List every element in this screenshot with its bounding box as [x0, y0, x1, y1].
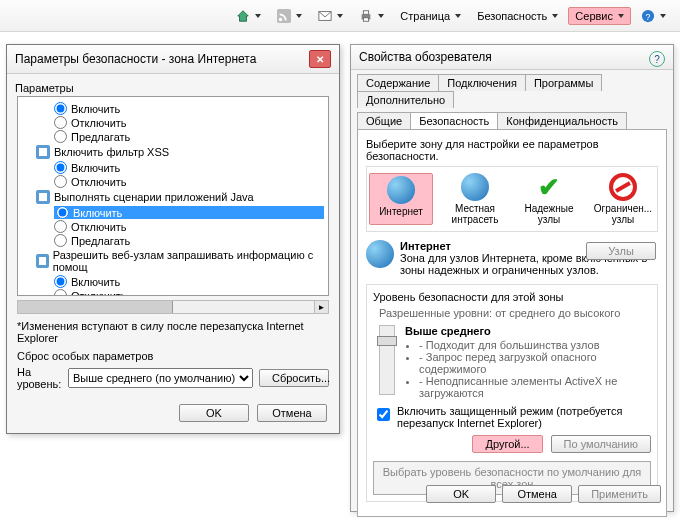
dialog-title: Параметры безопасности - зона Интернета: [15, 52, 256, 66]
category-icon: [36, 254, 49, 268]
print-icon[interactable]: [353, 7, 390, 25]
internet-options-dialog: Свойства обозревателя ? Содержание Подкл…: [350, 44, 674, 512]
help-icon[interactable]: ?: [649, 51, 665, 67]
globe-icon: [366, 240, 394, 268]
default-level-button[interactable]: По умолчанию: [551, 435, 651, 453]
radio-disable[interactable]: [54, 175, 67, 188]
level-bullets: - Подходит для большинства узлов - Запро…: [407, 339, 651, 399]
tab-body: Выберите зону для настройки ее параметро…: [357, 129, 667, 517]
security-settings-dialog: Параметры безопасности - зона Интернета …: [6, 44, 340, 434]
tab-programs[interactable]: Программы: [525, 74, 602, 91]
check-icon: ✔: [535, 173, 563, 201]
tab-general[interactable]: Общие: [357, 112, 411, 129]
radio-enable[interactable]: [54, 161, 67, 174]
radio-enable[interactable]: [54, 102, 67, 115]
radio-disable[interactable]: [54, 116, 67, 129]
ok-button[interactable]: OK: [426, 485, 496, 503]
safety-menu[interactable]: Безопасность: [471, 8, 564, 24]
protected-mode-checkbox[interactable]: Включить защищенный режим (потребуется п…: [373, 405, 651, 429]
radio-disable[interactable]: [54, 289, 67, 296]
tabs-row-1: Содержание Подключения Программы Дополни…: [351, 70, 673, 108]
zone-restricted[interactable]: Ограничен... узлы: [591, 173, 655, 225]
apply-button[interactable]: Применить: [578, 485, 661, 503]
tabs-row-2: Общие Безопасность Конфиденциальность: [351, 108, 673, 129]
svg-rect-5: [364, 17, 369, 21]
radio-prompt[interactable]: [54, 130, 67, 143]
level-name: Выше среднего: [405, 325, 491, 337]
svg-text:?: ?: [646, 11, 651, 21]
zone-intranet[interactable]: Местная интрасеть: [443, 173, 507, 225]
level-label: На уровень:: [17, 366, 62, 390]
tab-content[interactable]: Содержание: [357, 74, 439, 91]
svg-rect-4: [364, 10, 369, 14]
radio-enable[interactable]: [56, 206, 69, 219]
allowed-levels: Разрешенные уровни: от среднего до высок…: [379, 307, 651, 319]
radio-disable[interactable]: [54, 220, 67, 233]
reset-label: Сброс особых параметров: [17, 350, 329, 362]
horizontal-scrollbar[interactable]: ◄ ►: [17, 300, 329, 314]
tab-advanced[interactable]: Дополнительно: [357, 91, 454, 108]
dialog-titlebar: Свойства обозревателя ?: [351, 45, 673, 70]
level-group-label: Уровень безопасности для этой зоны: [373, 291, 651, 303]
cancel-button[interactable]: Отмена: [257, 404, 327, 422]
tab-privacy[interactable]: Конфиденциальность: [497, 112, 627, 129]
sites-button[interactable]: Узлы: [586, 242, 656, 260]
tab-security[interactable]: Безопасность: [410, 112, 498, 129]
page-menu[interactable]: Страница: [394, 8, 467, 24]
dialog-buttons: OK Отмена Применить: [426, 485, 661, 503]
settings-tree[interactable]: Включить Отключить Предлагать Включить ф…: [17, 96, 329, 296]
zone-list: Интернет Местная интрасеть ✔ Надежные уз…: [366, 166, 658, 232]
radio-enable[interactable]: [54, 275, 67, 288]
security-level-group: Уровень безопасности для этой зоны Разре…: [366, 284, 658, 502]
restart-note: *Изменения вступают в силу после перезап…: [17, 320, 329, 344]
intranet-icon: [461, 173, 489, 201]
radio-prompt[interactable]: [54, 234, 67, 247]
category-icon: [36, 145, 50, 159]
svg-point-1: [279, 17, 283, 21]
rss-icon[interactable]: [271, 7, 308, 25]
tab-connections[interactable]: Подключения: [438, 74, 526, 91]
reset-button[interactable]: Сбросить...: [259, 369, 329, 387]
scroll-right-icon[interactable]: ►: [314, 301, 328, 313]
zone-intro: Выберите зону для настройки ее параметро…: [366, 138, 658, 162]
zone-name: Интернет: [400, 240, 451, 252]
zone-internet[interactable]: Интернет: [369, 173, 433, 225]
scroll-thumb[interactable]: [18, 301, 173, 313]
custom-level-button[interactable]: Другой...: [472, 435, 542, 453]
ok-button[interactable]: OK: [179, 404, 249, 422]
mail-icon[interactable]: [312, 7, 349, 25]
cancel-button[interactable]: Отмена: [502, 485, 572, 503]
level-select[interactable]: Выше среднего (по умолчанию): [68, 368, 253, 388]
close-icon[interactable]: ✕: [309, 50, 331, 68]
category-icon: [36, 190, 50, 204]
browser-toolbar: Страница Безопасность Сервис ?: [0, 0, 680, 32]
globe-icon: [387, 176, 415, 204]
service-menu[interactable]: Сервис: [568, 7, 631, 25]
security-slider[interactable]: [379, 325, 395, 395]
dialog-title: Свойства обозревателя: [359, 50, 492, 64]
slider-knob[interactable]: [377, 336, 397, 346]
dialog-titlebar: Параметры безопасности - зона Интернета …: [7, 45, 339, 74]
forbidden-icon: [609, 173, 637, 201]
zone-trusted[interactable]: ✔ Надежные узлы: [517, 173, 581, 225]
help-menu[interactable]: ?: [635, 7, 672, 25]
params-label: Параметры: [15, 82, 331, 94]
home-icon[interactable]: [230, 7, 267, 25]
